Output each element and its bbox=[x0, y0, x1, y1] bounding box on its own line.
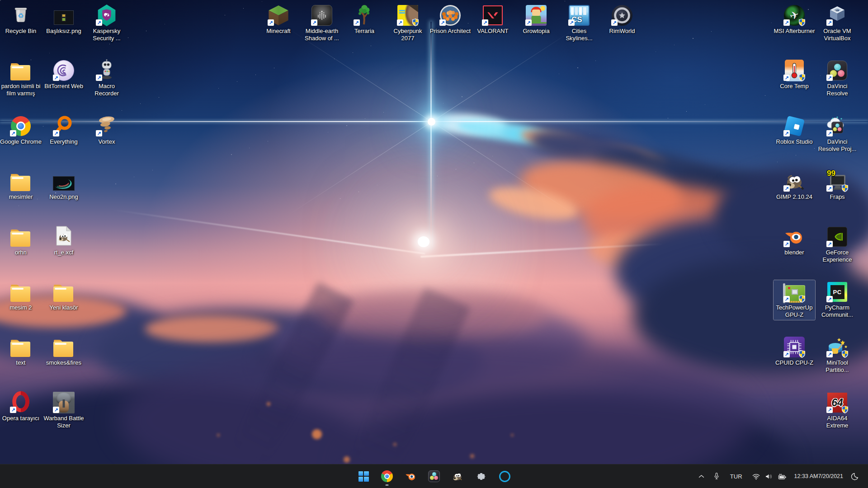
desktop-icon-msi-afterburner[interactable]: ✈↗MSI Afterburner bbox=[774, 4, 815, 36]
desktop-icon-davinci-resolve-proj[interactable]: ↗DaVinci Resolve Proj... bbox=[816, 114, 858, 154]
desktop-icon-label: GIMP 2.10.24 bbox=[776, 193, 812, 201]
prison-icon: ↗ bbox=[439, 5, 461, 26]
desktop-icon-fraps[interactable]: 99↗Fraps bbox=[816, 169, 858, 202]
desktop-icon-yeni-klas-r[interactable]: Yeni klasör bbox=[43, 280, 85, 313]
msi-icon: ✈↗ bbox=[783, 5, 805, 26]
desktop-icon-text[interactable]: text bbox=[0, 335, 42, 368]
desktop-icon-rt-e-xcf[interactable]: rt_e.xcf bbox=[43, 225, 85, 258]
desktop-icon-cyberpunk-2077[interactable]: ↗Cyberpunk 2077 bbox=[387, 4, 429, 43]
desktop-icon-label: GeForce Experience bbox=[816, 249, 858, 263]
desktop-icon-terraria[interactable]: ↗Terraria bbox=[344, 4, 385, 36]
desktop-icon-label: Cyberpunk 2077 bbox=[387, 28, 429, 42]
desktop-icon-warband-battle-sizer[interactable]: ↗Warband Battle Sizer bbox=[43, 391, 85, 431]
network-quick-settings[interactable] bbox=[749, 467, 790, 485]
desktop-icon-mesimler[interactable]: mesimler bbox=[0, 169, 42, 202]
desktop-icon-macro-recorder[interactable]: ↗Macro Recorder bbox=[86, 59, 127, 99]
taskbar-google-chrome-button[interactable] bbox=[377, 466, 397, 486]
desktop-icon-label: orhn bbox=[15, 249, 27, 256]
desktop-icon-cities-skylines[interactable]: CS↗Cities Skylines... bbox=[558, 4, 600, 43]
taskbar-settings-button[interactable] bbox=[471, 466, 491, 486]
desktop-icon-minecraft[interactable]: ↗Minecraft bbox=[258, 4, 299, 36]
desktop-icon-oracle-vm-virtualbox[interactable]: VM↗Oracle VM VirtualBox bbox=[816, 4, 858, 43]
clock-time: 12:33 AM bbox=[794, 473, 818, 480]
desktop-icon-vortex[interactable]: ↗Vortex bbox=[86, 114, 127, 147]
language-indicator[interactable]: TUR bbox=[725, 467, 748, 485]
desktop-icon-google-chrome[interactable]: ↗Google Chrome bbox=[0, 114, 42, 147]
desktop-icon-label: Macro Recorder bbox=[86, 83, 127, 97]
desktop-icon-middle-earth-shadow-of[interactable]: ↗Middle-earth Shadow of ... bbox=[301, 4, 343, 43]
desktop-icon-blender[interactable]: ↗blender bbox=[774, 225, 815, 258]
desktop-icon-kaspersky-security[interactable]: ↗Kaspersky Security ... bbox=[86, 4, 127, 43]
taskbar-gimp-button[interactable] bbox=[448, 466, 467, 486]
cyberpunk-icon: ↗ bbox=[397, 5, 419, 26]
desktop-icon-everything[interactable]: ↗Everything bbox=[43, 114, 85, 147]
shortcut-arrow-icon: ↗ bbox=[96, 75, 102, 81]
system-tray: TUR 12:33 AM 7/20/2021 bbox=[694, 465, 868, 488]
desktop-icon-davinci-resolve[interactable]: ↗DaVinci Resolve bbox=[816, 59, 858, 99]
warband-icon: ↗ bbox=[53, 392, 75, 413]
tray-overflow-chevron-icon[interactable] bbox=[694, 467, 708, 485]
desktop-icon-label: RimWorld bbox=[609, 28, 635, 35]
neoimg-icon bbox=[53, 170, 75, 192]
taskbar-blender-button[interactable] bbox=[401, 466, 420, 486]
desktop-icon-cpuid-cpu-z[interactable]: ↗CPUID CPU-Z bbox=[774, 335, 815, 368]
shortcut-arrow-icon: ↗ bbox=[53, 75, 59, 81]
desktop-icon-neo2n-png[interactable]: Neo2n.png bbox=[43, 169, 85, 202]
desktop-icon-pycharm-communit[interactable]: PC↗PyCharm Communit... bbox=[816, 280, 858, 320]
desktop-icon-recycle-bin[interactable]: ♻Recycle Bin bbox=[0, 4, 42, 36]
desktop-icon-label: Google Chrome bbox=[0, 138, 42, 145]
desktop-icon-pardon-isimli-bi-film-varm[interactable]: pardon isimli bi film varmış bbox=[0, 59, 42, 99]
focus-assist-moon-icon[interactable] bbox=[848, 467, 863, 485]
desktop-icon-core-temp[interactable]: ↗Core Temp bbox=[774, 59, 815, 91]
desktop-icon-orhn[interactable]: orhn bbox=[0, 225, 42, 258]
taskbar-davinci-resolve-button[interactable] bbox=[424, 466, 444, 486]
bittorrent-icon: ↗ bbox=[53, 60, 75, 81]
shortcut-arrow-icon: ↗ bbox=[311, 19, 317, 26]
desktop-icon-geforce-experience[interactable]: ↗GeForce Experience bbox=[816, 225, 858, 265]
desktop-icon-roblox-studio[interactable]: ↗Roblox Studio bbox=[774, 114, 815, 147]
desktop-icon-techpowerup-gpu-z[interactable]: ↗TechPowerUp GPU-Z bbox=[774, 280, 815, 320]
desktop-icon-opera-taray-c[interactable]: ↗Opera tarayıcı bbox=[0, 391, 42, 423]
taskbar-start-button[interactable] bbox=[354, 466, 373, 486]
desktop-icon-bittorrent-web[interactable]: ↗BitTorrent Web bbox=[43, 59, 85, 91]
clock-date: 7/20/2021 bbox=[818, 473, 843, 480]
microphone-icon[interactable] bbox=[709, 467, 724, 485]
wifi-icon bbox=[752, 472, 760, 481]
desktop-icon-minitool-partitio[interactable]: ↗MiniTool Partitio... bbox=[816, 335, 858, 375]
shortcut-arrow-icon: ↗ bbox=[10, 407, 16, 413]
shortcut-arrow-icon: ↗ bbox=[826, 241, 833, 247]
shortcut-arrow-icon: ↗ bbox=[783, 241, 790, 247]
desktop-icon-valorant[interactable]: ↗VALORANT bbox=[472, 4, 514, 36]
shortcut-arrow-icon: ↗ bbox=[482, 19, 488, 26]
desktop-icon-gimp-2-10-24[interactable]: ↗GIMP 2.10.24 bbox=[774, 169, 815, 202]
desktop-icon-aida64-extreme[interactable]: 64↗AIDA64 Extreme bbox=[816, 391, 858, 431]
desktop-icon-label: Minecraft bbox=[266, 28, 290, 35]
desktop-icon-ba-l-ks-z-png[interactable]: Başlıksız.png bbox=[43, 4, 85, 36]
shortcut-arrow-icon: ↗ bbox=[826, 296, 833, 302]
desktop-icon-label: pardon isimli bi film varmış bbox=[0, 83, 42, 97]
folder-icon bbox=[53, 336, 75, 358]
desktop-icon-label: MSI Afterburner bbox=[774, 28, 815, 35]
taskbar-cortana-ring-button[interactable] bbox=[495, 466, 514, 486]
shortcut-arrow-icon: ↗ bbox=[611, 19, 618, 26]
desktop-icon-label: Terraria bbox=[354, 28, 374, 35]
desktop-icon-label: MiniTool Partitio... bbox=[816, 359, 858, 374]
desktop-icon-rimworld[interactable]: ↗RimWorld bbox=[601, 4, 643, 36]
desktop-icon-smokes-fires[interactable]: smokes&fires bbox=[43, 335, 85, 368]
uac-shield-icon bbox=[841, 184, 849, 192]
clock[interactable]: 12:33 AM 7/20/2021 bbox=[791, 467, 847, 485]
aida64-icon: 64↗ bbox=[826, 392, 848, 413]
uac-shield-icon bbox=[841, 350, 849, 358]
desktop-icon-growtopia[interactable]: ↗Growtopia bbox=[515, 4, 557, 36]
davinci-icon: ↗ bbox=[826, 60, 848, 81]
desktop-icon-label: BitTorrent Web bbox=[44, 83, 83, 90]
taskbar: TUR 12:33 AM 7/20/2021 bbox=[0, 464, 868, 488]
desktop-icon-label: Neo2n.png bbox=[49, 193, 78, 201]
desktop-icon-prison-architect[interactable]: ↗Prison Architect bbox=[429, 4, 471, 36]
shortcut-arrow-icon: ↗ bbox=[826, 19, 833, 26]
folder-icon bbox=[10, 170, 32, 192]
shortcut-arrow-icon: ↗ bbox=[783, 296, 790, 302]
desktop-icon-mesim-2[interactable]: mesim 2 bbox=[0, 280, 42, 313]
macro-icon: ↗ bbox=[96, 60, 118, 81]
cities-icon: CS↗ bbox=[568, 5, 590, 26]
